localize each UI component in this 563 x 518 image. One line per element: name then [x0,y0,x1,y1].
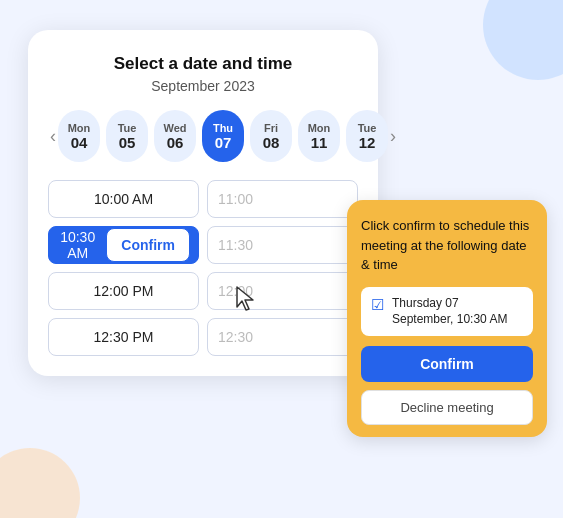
day-item-mon11[interactable]: Mon 11 [298,110,340,162]
day-num-tue12: 12 [359,134,376,151]
day-num-tue05: 05 [119,134,136,151]
day-items: Mon 04 Tue 05 Wed 06 Thu 07 Fri 08 Mon 1… [58,110,388,162]
deco-circle-bottom-left [0,448,80,518]
tooltip-card: Click confirm to schedule this meeting a… [347,200,547,437]
day-num-mon04: 04 [71,134,88,151]
prev-nav-button[interactable]: ‹ [48,126,58,147]
day-name-mon04: Mon [68,122,91,134]
time-slot-1000am[interactable]: 10:00 AM [48,180,199,218]
day-item-fri08[interactable]: Fri 08 [250,110,292,162]
deco-circle-top-right [483,0,563,80]
next-nav-button[interactable]: › [388,126,398,147]
time-slot-1100am[interactable]: 11:00 [207,180,358,218]
tooltip-text: Click confirm to schedule this meeting a… [361,216,533,275]
time-slots-grid: 10:00 AM 11:00 10:30 AM Confirm 11:30 12… [48,180,358,356]
confirm-inline-button[interactable]: Confirm [106,228,190,262]
day-num-wed06: 06 [167,134,184,151]
day-item-mon04[interactable]: Mon 04 [58,110,100,162]
day-item-thu07[interactable]: Thu 07 [202,110,244,162]
day-name-thu07: Thu [213,122,233,134]
tooltip-date-text: Thursday 07 September, 10:30 AM [392,295,523,329]
tooltip-decline-button[interactable]: Decline meeting [361,390,533,425]
day-name-mon11: Mon [308,122,331,134]
day-name-wed06: Wed [163,122,186,134]
time-slot-1230pm[interactable]: 12:30 PM [48,318,199,356]
day-num-mon11: 11 [311,134,328,151]
time-slot-1200pm-right[interactable]: 12:00 [207,272,358,310]
time-slot-1200pm[interactable]: 12:00 PM [48,272,199,310]
tooltip-confirm-button[interactable]: Confirm [361,346,533,382]
day-selector: ‹ Mon 04 Tue 05 Wed 06 Thu 07 Fri 08 [48,110,358,162]
day-item-wed06[interactable]: Wed 06 [154,110,196,162]
day-name-tue12: Tue [358,122,377,134]
day-name-tue05: Tue [118,122,137,134]
time-slot-1030am-selected[interactable]: 10:30 AM Confirm [48,226,199,264]
day-num-fri08: 08 [263,134,280,151]
day-item-tue12[interactable]: Tue 12 [346,110,388,162]
day-name-fri08: Fri [264,122,278,134]
day-item-tue05[interactable]: Tue 05 [106,110,148,162]
check-icon: ☑ [371,296,384,314]
time-slot-1130am[interactable]: 11:30 [207,226,358,264]
tooltip-date-row: ☑ Thursday 07 September, 10:30 AM [361,287,533,337]
calendar-card: Select a date and time September 2023 ‹ … [28,30,378,376]
selected-time-label: 10:30 AM [57,229,98,261]
time-slot-1230pm-right[interactable]: 12:30 [207,318,358,356]
day-num-thu07: 07 [215,134,232,151]
card-month: September 2023 [48,78,358,94]
card-title: Select a date and time [48,54,358,74]
